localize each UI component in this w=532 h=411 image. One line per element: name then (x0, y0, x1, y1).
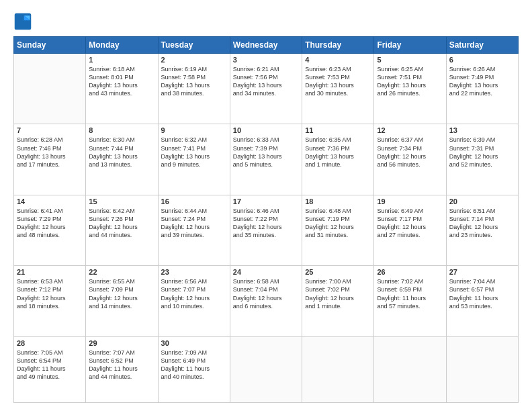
calendar-week-row: 7Sunrise: 6:28 AM Sunset: 7:46 PM Daylig… (14, 124, 519, 195)
day-number: 21 (17, 268, 83, 276)
day-number: 26 (377, 268, 443, 276)
day-info: Sunrise: 6:30 AM Sunset: 7:44 PM Dayligh… (89, 136, 154, 169)
day-number: 23 (161, 268, 227, 276)
calendar-cell: 24Sunrise: 6:58 AM Sunset: 7:04 PM Dayli… (230, 266, 302, 336)
day-info: Sunrise: 6:56 AM Sunset: 7:07 PM Dayligh… (161, 277, 227, 310)
day-number: 4 (305, 56, 371, 64)
calendar-cell: 25Sunrise: 7:00 AM Sunset: 7:02 PM Dayli… (302, 266, 374, 336)
logo-icon (13, 12, 32, 31)
calendar-cell: 22Sunrise: 6:55 AM Sunset: 7:09 PM Dayli… (86, 266, 158, 336)
day-info: Sunrise: 6:35 AM Sunset: 7:36 PM Dayligh… (305, 136, 371, 169)
day-number: 12 (377, 126, 443, 134)
day-info: Sunrise: 6:41 AM Sunset: 7:29 PM Dayligh… (17, 207, 83, 240)
calendar-week-row: 21Sunrise: 6:53 AM Sunset: 7:12 PM Dayli… (14, 266, 519, 336)
day-info: Sunrise: 6:46 AM Sunset: 7:22 PM Dayligh… (233, 207, 299, 240)
day-info: Sunrise: 6:44 AM Sunset: 7:24 PM Dayligh… (161, 207, 227, 240)
day-number: 13 (449, 126, 515, 134)
day-info: Sunrise: 6:42 AM Sunset: 7:26 PM Dayligh… (89, 207, 154, 240)
calendar-weekday-monday: Monday (86, 37, 158, 54)
header (13, 12, 519, 31)
calendar-weekday-wednesday: Wednesday (230, 37, 302, 54)
calendar-week-row: 28Sunrise: 7:05 AM Sunset: 6:54 PM Dayli… (14, 336, 519, 402)
day-number: 16 (161, 197, 227, 205)
day-number: 19 (377, 197, 443, 205)
day-info: Sunrise: 6:18 AM Sunset: 8:01 PM Dayligh… (89, 65, 154, 98)
day-info: Sunrise: 6:23 AM Sunset: 7:53 PM Dayligh… (305, 65, 371, 98)
calendar-cell (230, 336, 302, 402)
calendar-cell: 20Sunrise: 6:51 AM Sunset: 7:14 PM Dayli… (446, 195, 518, 265)
day-number: 14 (17, 197, 83, 205)
calendar-cell: 18Sunrise: 6:48 AM Sunset: 7:19 PM Dayli… (302, 195, 374, 265)
day-info: Sunrise: 6:19 AM Sunset: 7:58 PM Dayligh… (161, 65, 227, 98)
calendar-cell: 21Sunrise: 6:53 AM Sunset: 7:12 PM Dayli… (14, 266, 86, 336)
calendar-weekday-friday: Friday (374, 37, 446, 54)
calendar-cell: 10Sunrise: 6:33 AM Sunset: 7:39 PM Dayli… (230, 124, 302, 195)
calendar-cell: 5Sunrise: 6:25 AM Sunset: 7:51 PM Daylig… (374, 54, 446, 124)
calendar-cell: 19Sunrise: 6:49 AM Sunset: 7:17 PM Dayli… (374, 195, 446, 265)
day-info: Sunrise: 6:32 AM Sunset: 7:41 PM Dayligh… (161, 136, 227, 169)
day-info: Sunrise: 7:09 AM Sunset: 6:49 PM Dayligh… (161, 349, 227, 381)
page: SundayMondayTuesdayWednesdayThursdayFrid… (0, 0, 532, 411)
day-info: Sunrise: 6:26 AM Sunset: 7:49 PM Dayligh… (449, 65, 515, 98)
calendar-cell: 2Sunrise: 6:19 AM Sunset: 7:58 PM Daylig… (158, 54, 230, 124)
calendar-cell: 9Sunrise: 6:32 AM Sunset: 7:41 PM Daylig… (158, 124, 230, 195)
calendar-cell: 30Sunrise: 7:09 AM Sunset: 6:49 PM Dayli… (158, 336, 230, 402)
day-number: 27 (449, 268, 515, 276)
day-number: 1 (89, 56, 154, 64)
day-info: Sunrise: 6:51 AM Sunset: 7:14 PM Dayligh… (449, 207, 515, 240)
calendar-cell: 28Sunrise: 7:05 AM Sunset: 6:54 PM Dayli… (14, 336, 86, 402)
calendar-cell: 3Sunrise: 6:21 AM Sunset: 7:56 PM Daylig… (230, 54, 302, 124)
calendar-cell: 16Sunrise: 6:44 AM Sunset: 7:24 PM Dayli… (158, 195, 230, 265)
calendar-weekday-thursday: Thursday (302, 37, 374, 54)
day-number: 2 (161, 56, 227, 64)
calendar-cell (302, 336, 374, 402)
day-number: 6 (449, 56, 515, 64)
day-info: Sunrise: 6:28 AM Sunset: 7:46 PM Dayligh… (17, 136, 83, 169)
day-info: Sunrise: 6:48 AM Sunset: 7:19 PM Dayligh… (305, 207, 371, 240)
day-info: Sunrise: 7:07 AM Sunset: 6:52 PM Dayligh… (89, 349, 154, 381)
day-info: Sunrise: 6:25 AM Sunset: 7:51 PM Dayligh… (377, 65, 443, 98)
day-info: Sunrise: 6:49 AM Sunset: 7:17 PM Dayligh… (377, 207, 443, 240)
calendar-cell (14, 54, 86, 124)
calendar-cell: 12Sunrise: 6:37 AM Sunset: 7:34 PM Dayli… (374, 124, 446, 195)
calendar-cell (446, 336, 518, 402)
calendar-week-row: 14Sunrise: 6:41 AM Sunset: 7:29 PM Dayli… (14, 195, 519, 265)
calendar-cell: 6Sunrise: 6:26 AM Sunset: 7:49 PM Daylig… (446, 54, 518, 124)
day-number: 22 (89, 268, 154, 276)
day-number: 25 (305, 268, 371, 276)
calendar-table: SundayMondayTuesdayWednesdayThursdayFrid… (13, 36, 519, 403)
calendar-weekday-saturday: Saturday (446, 37, 518, 54)
day-number: 10 (233, 126, 299, 134)
calendar-weekday-sunday: Sunday (14, 37, 86, 54)
calendar-weekday-tuesday: Tuesday (158, 37, 230, 54)
logo (13, 12, 35, 31)
day-number: 9 (161, 126, 227, 134)
day-number: 28 (17, 339, 83, 347)
day-info: Sunrise: 6:21 AM Sunset: 7:56 PM Dayligh… (233, 65, 299, 98)
calendar-cell: 29Sunrise: 7:07 AM Sunset: 6:52 PM Dayli… (86, 336, 158, 402)
calendar-cell: 4Sunrise: 6:23 AM Sunset: 7:53 PM Daylig… (302, 54, 374, 124)
day-number: 24 (233, 268, 299, 276)
calendar-header-row: SundayMondayTuesdayWednesdayThursdayFrid… (14, 37, 519, 54)
day-info: Sunrise: 7:00 AM Sunset: 7:02 PM Dayligh… (305, 277, 371, 310)
calendar-cell (374, 336, 446, 402)
calendar-cell: 23Sunrise: 6:56 AM Sunset: 7:07 PM Dayli… (158, 266, 230, 336)
day-number: 18 (305, 197, 371, 205)
day-number: 11 (305, 126, 371, 134)
calendar-cell: 26Sunrise: 7:02 AM Sunset: 6:59 PM Dayli… (374, 266, 446, 336)
day-number: 29 (89, 339, 154, 347)
day-info: Sunrise: 7:04 AM Sunset: 6:57 PM Dayligh… (449, 277, 515, 310)
day-number: 5 (377, 56, 443, 64)
calendar-cell: 17Sunrise: 6:46 AM Sunset: 7:22 PM Dayli… (230, 195, 302, 265)
calendar-cell: 27Sunrise: 7:04 AM Sunset: 6:57 PM Dayli… (446, 266, 518, 336)
day-info: Sunrise: 6:33 AM Sunset: 7:39 PM Dayligh… (233, 136, 299, 169)
day-info: Sunrise: 6:39 AM Sunset: 7:31 PM Dayligh… (449, 136, 515, 169)
calendar-cell: 8Sunrise: 6:30 AM Sunset: 7:44 PM Daylig… (86, 124, 158, 195)
calendar-cell: 11Sunrise: 6:35 AM Sunset: 7:36 PM Dayli… (302, 124, 374, 195)
day-number: 17 (233, 197, 299, 205)
day-number: 7 (17, 126, 83, 134)
day-number: 20 (449, 197, 515, 205)
calendar-week-row: 1Sunrise: 6:18 AM Sunset: 8:01 PM Daylig… (14, 54, 519, 124)
day-info: Sunrise: 7:05 AM Sunset: 6:54 PM Dayligh… (17, 349, 83, 381)
day-info: Sunrise: 6:37 AM Sunset: 7:34 PM Dayligh… (377, 136, 443, 169)
